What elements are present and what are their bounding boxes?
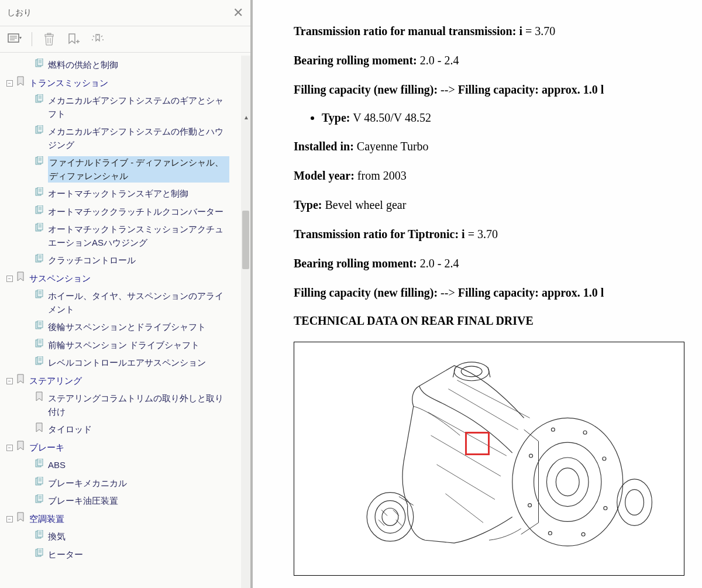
options-dropdown-icon[interactable] [7,32,22,47]
tree-leaf[interactable]: オートマチックトランスミッションアクチュエーションASハウジング [4,221,250,252]
sidebar-toolbar [0,26,250,53]
tree-leaf[interactable]: ヒーター [4,546,250,564]
scroll-up-icon[interactable]: ▲ [243,114,249,121]
collapse-icon[interactable]: − [6,80,13,87]
bookmark-ribbon-icon [15,272,26,281]
tree-leaf[interactable]: オートマチッククラッチトルクコンバーター [4,203,250,221]
bookmark-tree[interactable]: 燃料の供給と制御−トランスミッションメカニカルギアシフトシステムのギアとシャフト… [0,53,250,588]
tree-leaf[interactable]: ブレーキメカニカル [4,474,250,493]
tree-leaf[interactable]: 換気 [4,528,250,546]
svg-rect-41 [37,223,43,230]
tree-label: 前輪サスペンション ドライブシャフト [48,339,199,352]
tree-leaf[interactable]: メカニカルギアシフトシステムの作動とハウジング [4,123,250,154]
spec-line: Transmission ratio for Tiptronic: i = 3.… [294,226,686,242]
spec-line: Installed in: Cayenne Turbo [294,139,686,154]
svg-rect-36 [37,205,43,212]
tree-label: ABS [48,459,66,472]
scrollbar-track[interactable]: ▲ [241,56,250,588]
bookmark-ribbon-icon [34,423,44,432]
scrollbar-thumb[interactable] [242,211,249,269]
tree-leaf[interactable]: クラッチコントロール [4,252,250,270]
tree-leaf[interactable]: ABS [4,456,250,474]
toolbar-divider [32,32,32,46]
bookmark-ribbon-icon [15,513,26,522]
tree-label: ステアリング [29,374,82,388]
svg-point-106 [551,428,555,431]
tree-leaf[interactable]: 前輪サスペンション ドライブシャフト [4,336,250,355]
tree-leaf[interactable]: ステアリングコラムトリムの取り外しと取り付け [4,390,250,421]
tree-label: オートマチックトランスギアと制御 [48,187,188,201]
tree-leaf[interactable]: タイロッド [4,421,250,439]
spec-line: Transmission ratio for manual transmissi… [294,23,686,39]
collapse-icon[interactable]: − [6,378,13,384]
svg-rect-31 [37,187,43,194]
tree-leaf[interactable]: 燃料の供給と制御 [4,56,250,74]
bookmark-ribbon-icon [15,374,26,384]
collapse-icon[interactable]: − [6,445,13,451]
tree-label: タイロッド [48,423,92,436]
document-content: Transmission ratio for manual transmissi… [253,0,702,588]
tree-label: レベルコントロールエアサスペンション [48,356,206,370]
page-stack-icon [34,339,44,348]
svg-point-95 [512,418,623,546]
tree-label: トランスミッション [29,77,108,90]
svg-rect-26 [37,156,43,163]
tree-label: 燃料の供給と制御 [48,59,118,72]
page-stack-icon [34,356,44,366]
page-stack-icon [34,548,44,558]
spec-line: Filling capacity (new filling): --> Fill… [294,82,686,97]
svg-point-107 [583,431,587,434]
svg-rect-91 [37,548,43,555]
spec-line: Type: Bevel wheel gear [294,197,686,212]
spec-line: Filling capacity (new filling): --> Fill… [294,285,686,300]
tree-label: ブレーキ油圧装置 [48,494,118,508]
svg-rect-66 [37,356,43,363]
tree-leaf[interactable]: オートマチックトランスギアと制御 [4,185,250,203]
tree-leaf[interactable]: ホイール、タイヤ、サスペンションのアライメント [4,287,250,318]
page-stack-icon [34,205,44,215]
tree-section[interactable]: −サスペンション [4,270,250,288]
page-stack-icon [34,530,44,539]
spec-line: Bearing rolling moment: 2.0 - 2.4 [294,53,686,68]
bookmarks-sidebar: しおり ✕ 燃料の供給と制御−トランスミッションメカニカルギアシフトシステムのギ… [0,0,253,588]
tree-leaf[interactable]: メカニカルギアシフトシステムのギアとシャフト [4,92,250,123]
tree-section[interactable]: −空調装置 [4,510,250,528]
spec-line: Bearing rolling moment: 2.0 - 2.4 [294,256,686,271]
tree-label: 換気 [48,530,66,544]
svg-point-111 [548,531,552,535]
sidebar-header: しおり ✕ [0,0,250,26]
svg-point-100 [625,490,644,515]
page-stack-icon [34,321,44,330]
tree-label: ファイナルドライブ - ディファレンシャル、ディファレンシャル [48,156,229,183]
collapse-icon[interactable]: − [6,276,13,282]
new-bookmark-icon[interactable] [66,32,81,47]
page-stack-icon [34,156,44,166]
svg-rect-16 [37,94,43,101]
svg-point-109 [604,507,607,510]
svg-rect-46 [37,254,43,261]
tree-leaf[interactable]: ファイナルドライブ - ディファレンシャル、ディファレンシャル [4,154,250,185]
collapse-icon[interactable]: − [6,516,13,522]
expand-bookmark-icon[interactable] [91,32,106,47]
tree-leaf[interactable]: 後輪サスペンションとドライブシャフト [4,318,250,336]
page-stack-icon [34,494,44,504]
close-icon[interactable]: ✕ [233,5,243,20]
page-stack-icon [34,125,44,135]
tree-section[interactable]: −ブレーキ [4,439,250,457]
highlight-marker [465,432,490,455]
page-stack-icon [34,223,44,232]
svg-point-104 [454,362,489,381]
svg-rect-81 [37,494,43,501]
tree-leaf[interactable]: ブレーキ油圧装置 [4,492,250,510]
tree-section[interactable]: −トランスミッション [4,74,250,92]
page-stack-icon [34,290,44,299]
tree-label: クラッチコントロール [48,254,136,267]
technical-diagram [294,342,684,576]
sidebar-title: しおり [7,8,32,18]
tree-leaf[interactable]: レベルコントロールエアサスペンション [4,354,250,372]
delete-icon[interactable] [42,32,57,47]
svg-rect-86 [37,530,43,537]
svg-point-102 [375,501,405,534]
tree-section[interactable]: −ステアリング [4,372,250,390]
bookmark-ribbon-icon [34,392,44,401]
